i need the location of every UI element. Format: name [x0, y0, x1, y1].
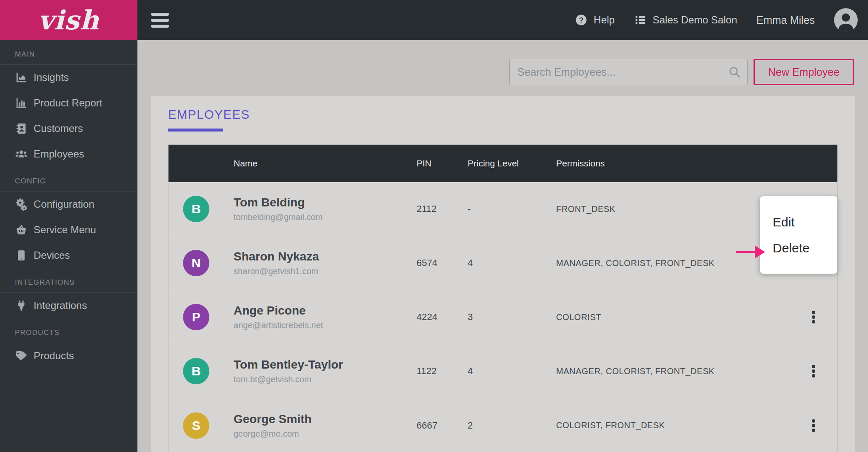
users-icon [14, 148, 29, 160]
avatar-initial: B [191, 202, 201, 216]
context-menu-item-edit[interactable]: Edit [760, 209, 837, 235]
table-row: B Tom Belding tombelding@gmail.com 2112 … [168, 182, 837, 236]
employee-name: George Smith [234, 412, 417, 426]
topbar-right: ? Help Sales Demo Salon Emma Miles [575, 8, 858, 32]
avatar-initial: P [192, 310, 200, 324]
topbar: ? Help Sales Demo Salon Emma Miles [137, 0, 868, 40]
user-name[interactable]: Emma Miles [756, 14, 815, 26]
employee-pricing-level: - [468, 203, 556, 215]
sidebar-item-label: Insights [34, 72, 69, 83]
employee-pricing-level: 3 [468, 312, 556, 323]
table-row: P Ange Picone ange@artisticrebels.net 42… [168, 290, 837, 344]
search-icon[interactable] [728, 66, 741, 78]
salon-selector[interactable]: Sales Demo Salon [634, 14, 737, 26]
help-button[interactable]: ? Help [575, 14, 614, 26]
table-row: B Tom Bentley-Taylor tom.bt@getvish.com … [168, 344, 837, 398]
search-box [509, 59, 748, 85]
sidebar-item-customers[interactable]: Customers [0, 116, 137, 141]
tablet-icon [14, 249, 29, 262]
sidebar-item-label: Employees [34, 148, 84, 160]
tag-icon [14, 349, 29, 362]
area-chart-icon [14, 71, 29, 84]
employee-email: sharon@getvish1.com [234, 266, 417, 276]
address-book-icon [14, 122, 29, 135]
employee-pin: 4224 [417, 312, 468, 323]
new-employee-button[interactable]: New Employee [754, 59, 854, 85]
employee-name: Tom Bentley-Taylor [234, 358, 417, 372]
bar-chart-icon [14, 97, 29, 109]
tab-label: EMPLOYEES [168, 108, 250, 122]
nav-section: PRODUCTS Products [0, 329, 137, 369]
sidebar-item-integrations[interactable]: Integrations [0, 293, 137, 318]
col-header-pricing-level: Pricing Level [468, 158, 556, 169]
col-header-permissions: Permissions [556, 158, 797, 169]
nav-section: INTEGRATIONS Integrations [0, 278, 137, 318]
sidebar-item-label: Devices [34, 249, 70, 261]
app-window: vish MAIN Insights Product Report Custom… [0, 0, 868, 452]
context-menu-item-delete[interactable]: Delete [760, 235, 837, 261]
tab-employees[interactable]: EMPLOYEES [168, 108, 250, 132]
svg-text:?: ? [579, 16, 583, 24]
list-icon [634, 14, 647, 26]
basket-icon [14, 223, 29, 236]
table-row: N Sharon Nykaza sharon@getvish1.com 6574… [168, 236, 837, 290]
employee-pricing-level: 4 [468, 366, 556, 377]
avatar: N [183, 250, 209, 276]
user-avatar-icon[interactable] [834, 8, 858, 32]
employee-pin: 6574 [417, 257, 468, 269]
sidebar-item-products[interactable]: Products [0, 343, 137, 369]
employee-pin: 2112 [417, 203, 468, 215]
main-column: ? Help Sales Demo Salon Emma Miles [137, 0, 868, 452]
content-area: New Employee EMPLOYEES Name PIN Pricing … [137, 40, 868, 452]
sidebar-item-employees[interactable]: Employees [0, 141, 137, 167]
avatar-initial: S [192, 418, 200, 433]
toolbar: New Employee [137, 59, 868, 85]
sidebar-item-label: Configuration [34, 198, 94, 210]
vish-logo[interactable]: vish [0, 0, 137, 40]
nav-section-header: PRODUCTS [0, 329, 137, 343]
table-body: B Tom Belding tombelding@gmail.com 2112 … [168, 182, 837, 452]
employee-name: Ange Picone [234, 304, 417, 318]
nav-section-items: Insights Product Report Customers Employ… [0, 65, 137, 167]
nav-section-header: CONFIG [0, 177, 137, 192]
avatar: B [183, 196, 209, 222]
sidebar: vish MAIN Insights Product Report Custom… [0, 0, 137, 452]
sidebar-item-configuration[interactable]: Configuration [0, 192, 137, 217]
sidebar-item-service-menu[interactable]: Service Menu [0, 217, 137, 243]
sidebar-item-product-report[interactable]: Product Report [0, 90, 137, 116]
row-context-menu: EditDelete [760, 196, 837, 274]
help-label: Help [594, 14, 614, 26]
sidebar-item-insights[interactable]: Insights [0, 65, 137, 90]
employee-pricing-level: 4 [468, 257, 556, 269]
col-header-pin: PIN [417, 158, 468, 169]
employee-pricing-level: 2 [468, 420, 556, 431]
hamburger-menu-icon[interactable] [151, 13, 169, 28]
avatar-initial: N [191, 256, 201, 270]
nav-section-header: INTEGRATIONS [0, 278, 137, 293]
nav-section: CONFIG Configuration Service Menu Device… [0, 177, 137, 268]
employee-pin: 1122 [417, 366, 468, 377]
avatar: P [183, 304, 209, 330]
nav-section-items: Configuration Service Menu Devices [0, 192, 137, 268]
sidebar-item-label: Integrations [34, 300, 87, 312]
sidebar-item-devices[interactable]: Devices [0, 243, 137, 268]
employees-card: EMPLOYEES Name PIN Pricing Level Permiss… [151, 96, 855, 452]
sidebar-item-label: Product Report [34, 97, 102, 109]
sidebar-item-label: Customers [34, 123, 83, 134]
employee-email: ange@artisticrebels.net [234, 320, 417, 330]
sidebar-item-label: Service Menu [34, 224, 96, 236]
kebab-menu-icon[interactable] [805, 307, 822, 327]
nav-section: MAIN Insights Product Report Customers E… [0, 50, 137, 167]
nav-section-header: MAIN [0, 50, 137, 65]
avatar: B [183, 358, 209, 384]
help-circle-icon: ? [575, 14, 588, 26]
kebab-menu-icon[interactable] [805, 415, 822, 436]
employee-email: george@me.com [234, 429, 417, 439]
employee-permissions: COLORIST [556, 312, 797, 322]
employee-permissions: COLORIST, FRONT_DESK [556, 421, 797, 430]
kebab-menu-icon[interactable] [805, 361, 822, 381]
gears-icon [14, 198, 29, 211]
tab-active-indicator [168, 129, 223, 132]
search-input[interactable] [509, 59, 748, 85]
employees-table: Name PIN Pricing Level Permissions B Tom… [168, 144, 838, 452]
